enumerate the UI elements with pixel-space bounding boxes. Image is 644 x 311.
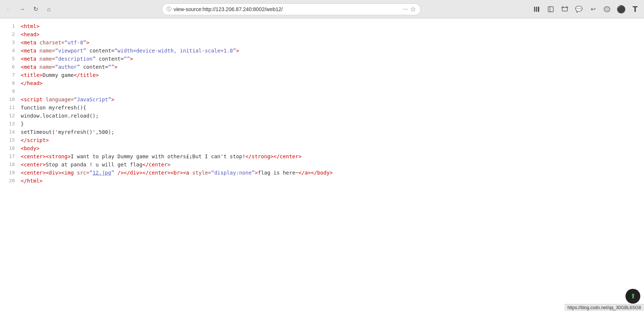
status-bar: https://blog.csdn.net/qq_30GBL6SG8: [564, 304, 644, 311]
reload-button[interactable]: ↻: [30, 4, 41, 14]
line-content: function myrefresh(){: [21, 104, 640, 112]
line-content: <head>: [21, 30, 640, 38]
source-line: 10<script language=“JavaScript”>: [0, 95, 644, 104]
line-content: <meta charset=“utf-8”>: [21, 38, 640, 47]
line-number: 8: [4, 79, 15, 87]
line-content: <script language=“JavaScript”>: [21, 95, 640, 104]
font-button[interactable]: T: [630, 4, 640, 14]
info-icon: ⓘ: [167, 6, 171, 13]
source-line: 13}: [0, 120, 644, 128]
line-content: <center>Stop at panda ! u will get flag<…: [21, 160, 640, 169]
source-line: 5<meta name=“description” content=“”>: [0, 55, 644, 63]
line-number: 11: [4, 104, 15, 112]
status-url-text: https://blog.csdn.net/qq_30GBL6SG8: [567, 305, 641, 310]
line-content: <meta name=“description” content=“”>: [21, 55, 640, 63]
line-number: 15: [4, 136, 15, 144]
source-line: 8</head>: [0, 79, 644, 87]
svg-rect-1: [536, 7, 537, 12]
line-number: 19: [4, 169, 15, 177]
forward-button[interactable]: →: [17, 4, 27, 14]
line-number: 10: [4, 95, 15, 104]
svg-point-9: [604, 7, 610, 11]
source-line: 6<meta name=“author” content=“”>: [0, 63, 644, 71]
svg-rect-3: [548, 7, 553, 12]
line-content: <center><strong>I want to play Dummy gam…: [21, 152, 640, 160]
line-content: window.location.reload();: [21, 112, 640, 120]
line-content: <html>: [21, 22, 640, 30]
line-number: 7: [4, 71, 15, 79]
line-number: 17: [4, 152, 15, 160]
line-number: 16: [4, 144, 15, 152]
source-line: 14setTimeout('myrefresh()',500);: [0, 128, 644, 136]
source-line: 1<html>: [0, 22, 644, 30]
address-bar-input[interactable]: [174, 6, 401, 12]
browser-toolbar: ← → ↻ ⌂ ⓘ ··· ☆ 💬: [0, 0, 644, 18]
source-line: 7<title>Dummy game</title>: [0, 71, 644, 79]
undo-button[interactable]: ↩: [588, 4, 598, 14]
pocket-button[interactable]: [602, 4, 612, 14]
line-number: 20: [4, 177, 15, 185]
svg-rect-2: [538, 7, 539, 12]
source-line: 2<head>: [0, 30, 644, 38]
line-content: </html>: [21, 177, 640, 185]
line-number: 6: [4, 63, 15, 71]
source-line: 11function myrefresh(){: [0, 104, 644, 112]
line-number: 12: [4, 112, 15, 120]
line-content: </head>: [21, 79, 640, 87]
source-line: 9: [0, 87, 644, 95]
source-line: 17<center><strong>I want to play Dummy g…: [0, 152, 644, 160]
block-button[interactable]: ⚫: [616, 4, 626, 14]
source-line: 4<meta name=“viewport” content=“width=de…: [0, 47, 644, 55]
bottom-widget[interactable]: ⬆: [625, 289, 640, 304]
back-button[interactable]: ←: [4, 4, 14, 14]
bookmark-icon[interactable]: ☆: [410, 5, 416, 13]
line-content: <body>: [21, 144, 640, 152]
line-content: <center><div><img src=“12.jpg” /></div><…: [21, 169, 640, 177]
line-content: <meta name=“author” content=“”>: [21, 63, 640, 71]
line-content: [21, 87, 640, 95]
home-button[interactable]: ⌂: [44, 4, 54, 14]
more-icon[interactable]: ···: [403, 6, 408, 13]
notes-button[interactable]: 💬: [574, 4, 584, 14]
svg-rect-0: [534, 7, 535, 12]
screenshot-button[interactable]: [560, 4, 570, 14]
line-content: <meta name=“viewport” content=“width=dev…: [21, 47, 640, 55]
view-source-content: 1<html>2<head>3<meta charset=“utf-8”>4<m…: [0, 18, 644, 311]
source-line: 19<center><div><img src=“12.jpg” /></div…: [0, 169, 644, 177]
line-content: <title>Dummy game</title>: [21, 71, 640, 79]
address-bar-container: ⓘ ··· ☆: [162, 3, 421, 15]
toolbar-right: 💬 ↩ ⚫ T: [531, 4, 640, 14]
line-number: 14: [4, 128, 15, 136]
line-number: 1: [4, 22, 15, 30]
line-content: </script>: [21, 136, 640, 144]
widget-icon: ⬆: [630, 292, 636, 300]
line-content: setTimeout('myrefresh()',500);: [21, 128, 640, 136]
source-line: 12window.location.reload();: [0, 112, 644, 120]
library-button[interactable]: [531, 4, 542, 14]
source-line: 16<body>: [0, 144, 644, 152]
line-number: 3: [4, 38, 15, 47]
source-line: 3<meta charset=“utf-8”>: [0, 38, 644, 47]
line-number: 4: [4, 47, 15, 55]
line-content: }: [21, 120, 640, 128]
line-number: 2: [4, 30, 15, 38]
source-line: 20</html>: [0, 177, 644, 185]
line-number: 5: [4, 55, 15, 63]
line-number: 13: [4, 120, 15, 128]
sidebar-button[interactable]: [546, 4, 556, 14]
line-number: 18: [4, 160, 15, 169]
source-line: 15</script>: [0, 136, 644, 144]
source-line: 18<center>Stop at panda ! u will get fla…: [0, 160, 644, 169]
line-number: 9: [4, 87, 15, 95]
